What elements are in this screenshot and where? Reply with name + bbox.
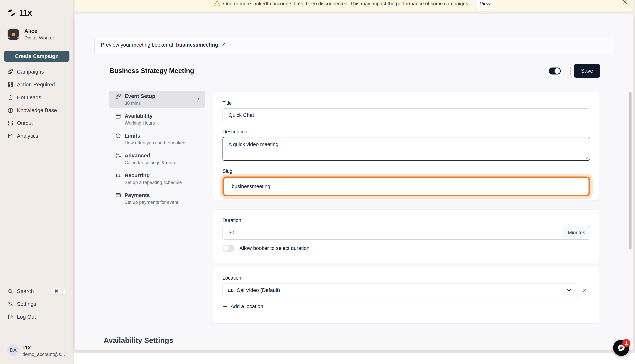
preview-text: Preview your meeting booker at: business… [101, 42, 218, 48]
slug-highlight-ring [223, 176, 590, 196]
rocket-icon [8, 69, 13, 74]
slug-input[interactable] [226, 180, 587, 193]
sidebar-item-output[interactable]: Output [0, 117, 74, 130]
sidebar-footer: Search ⌘ K Settings Log Out [0, 285, 74, 323]
sidebar-nav: Campaigns Action Required Hot Leads Know… [0, 65, 74, 142]
sidebar-item-label: Output [17, 120, 33, 126]
sidebar-item-label: Knowledge Base [17, 107, 57, 114]
scrollbar-thumb[interactable] [629, 92, 631, 250]
worker-avatar [7, 28, 20, 40]
banner-view-button[interactable]: View [476, 0, 494, 9]
sidebar-item-label: Campaigns [17, 69, 44, 75]
location-card: Location Cal Video (Default) Add a locat… [213, 266, 599, 324]
worker-name: Alice [24, 28, 54, 34]
page-title: Business Strategy Meeting [110, 67, 194, 75]
sidebar-item-label: Hot Leads [17, 94, 41, 100]
create-campaign-button[interactable]: Create Campaign [4, 51, 69, 62]
duration-input-group: Minutes [223, 226, 590, 240]
settings-icon [8, 301, 13, 307]
sidebar-item-analytics[interactable]: Analytics [0, 130, 74, 142]
duration-label: Duration [223, 218, 590, 223]
logo[interactable]: 11x [7, 8, 32, 18]
calendar-icon [115, 113, 121, 119]
account-avatar: DA [7, 344, 19, 356]
logo-text: 11x [19, 8, 32, 18]
description-textarea[interactable]: A quick video meeting [223, 137, 590, 161]
bottom-strip [74, 353, 635, 364]
setup-tab-advanced[interactable]: Advanced Calendar settings & more... [109, 150, 205, 167]
repeat-icon [115, 173, 121, 178]
link-icon [115, 94, 121, 99]
chat-button[interactable]: 1 [613, 340, 629, 356]
sidebar-item-logout[interactable]: Log Out [0, 310, 74, 323]
sidebar-item-label: Analytics [17, 133, 38, 139]
grid-icon [8, 120, 13, 126]
search-icon [8, 288, 13, 294]
title-input[interactable] [223, 108, 590, 122]
description-field-wrap: A quick video meeting [223, 137, 590, 162]
external-link-icon[interactable] [220, 42, 226, 48]
account-email: demo_account@s... [23, 352, 65, 357]
sidebar-item-action-required[interactable]: Action Required [0, 78, 74, 91]
duration-card: Duration Minutes Allow booker to select … [213, 209, 599, 263]
event-setup-form: Title Description A quick video meeting … [213, 92, 599, 324]
sidebar-item-campaigns[interactable]: Campaigns [0, 65, 74, 78]
allow-booker-toggle[interactable] [223, 245, 235, 252]
sidebar-item-search[interactable]: Search ⌘ K [0, 285, 74, 298]
add-location-button[interactable]: Add a location [223, 304, 590, 309]
brain-icon [8, 108, 13, 113]
banner-close-icon[interactable] [621, 0, 628, 5]
search-shortcut-badge: ⌘ K [51, 288, 65, 295]
warning-banner: One or more LinkedIn accounts have been … [75, 0, 633, 11]
event-enabled-toggle[interactable] [549, 68, 561, 74]
sidebar-item-label: Log Out [17, 314, 36, 320]
chat-unread-badge: 1 [622, 339, 630, 347]
dashboard-icon [8, 82, 13, 87]
setup-tab-limits[interactable]: Limits How often you can be booked [109, 130, 205, 148]
location-value: Cal Video (Default) [237, 287, 280, 293]
toggle-knob [554, 68, 560, 74]
account-row[interactable]: DA 11x demo_account@s... [7, 344, 65, 357]
panel-top-divider [94, 24, 614, 24]
setup-tab-payments[interactable]: Payments Set up payments for event [109, 190, 205, 207]
sidebar-divider [5, 336, 69, 336]
video-icon [228, 288, 233, 293]
sidebar-item-label: Settings [17, 301, 36, 307]
chevron-right-icon [196, 97, 201, 102]
location-label: Location [223, 275, 590, 281]
allow-booker-label: Allow booker to select duration [240, 245, 309, 251]
location-select[interactable]: Cal Video (Default) [223, 283, 577, 297]
description-label: Description [223, 129, 590, 134]
sidebar-item-hot-leads[interactable]: Hot Leads [0, 91, 74, 104]
save-button[interactable]: Save [574, 64, 600, 78]
allow-booker-row: Allow booker to select duration [223, 245, 590, 252]
setup-tab-event-setup[interactable]: Event Setup 30 mins [109, 91, 205, 108]
preview-slug: businessmeeting [176, 42, 218, 48]
basics-card: Title Description A quick video meeting … [213, 92, 599, 200]
meeting-booker-panel: Preview your meeting booker at: business… [75, 14, 633, 350]
header-divider [570, 67, 571, 75]
account-name: 11x [23, 344, 65, 350]
setup-tab-availability[interactable]: Availability Working Hours [109, 110, 205, 128]
section-divider [94, 332, 614, 332]
11x-logo-icon [7, 8, 16, 17]
clock-icon [115, 133, 121, 138]
sidebar-item-knowledge-base[interactable]: Knowledge Base [0, 104, 74, 117]
setup-tab-recurring[interactable]: Recurring Set up a repeating schedule [109, 170, 205, 187]
duration-input[interactable] [223, 226, 563, 240]
sidebar-item-label: Action Required [17, 82, 55, 88]
chevron-down-icon [566, 288, 572, 293]
flame-icon [8, 95, 13, 100]
worker-profile[interactable]: Alice Digital Worker [7, 28, 54, 41]
logout-icon [8, 314, 13, 320]
slug-label: Slug [223, 168, 590, 174]
remove-location-icon[interactable] [582, 288, 587, 293]
credit-card-icon [115, 192, 121, 198]
title-label: Title [223, 100, 590, 106]
sidebar-item-settings[interactable]: Settings [0, 298, 74, 310]
preview-bar: Preview your meeting booker at: business… [94, 37, 614, 53]
sliders-icon [115, 153, 121, 158]
banner-message: One or more LinkedIn accounts have been … [223, 1, 468, 6]
sidebar-item-label: Search [17, 288, 34, 294]
plus-icon [223, 304, 228, 309]
